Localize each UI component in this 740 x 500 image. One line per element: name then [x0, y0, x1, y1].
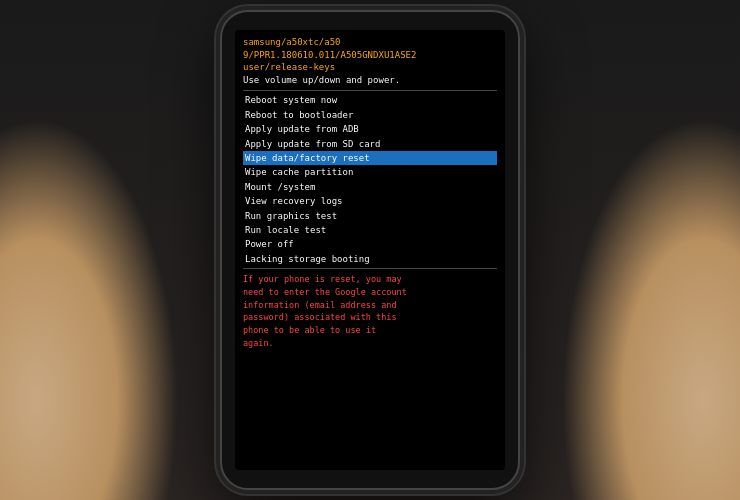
scene: samsung/a50xtc/a509/PPR1.180610.011/A505…	[0, 0, 740, 500]
menu-item-5[interactable]: Wipe cache partition	[243, 165, 497, 179]
menu-item-0[interactable]: Reboot system now	[243, 93, 497, 107]
recovery-menu: samsung/a50xtc/a509/PPR1.180610.011/A505…	[235, 30, 505, 470]
warning-section: If your phone is reset, you mayneed to e…	[243, 268, 497, 350]
menu-items: Reboot system nowReboot to bootloaderApp…	[243, 90, 497, 266]
header-section: samsung/a50xtc/a509/PPR1.180610.011/A505…	[243, 36, 497, 86]
menu-item-7[interactable]: View recovery logs	[243, 194, 497, 208]
header-line-0: samsung/a50xtc/a50	[243, 36, 497, 49]
warning-text: If your phone is reset, you mayneed to e…	[243, 273, 497, 350]
menu-item-10[interactable]: Power off	[243, 237, 497, 251]
menu-item-8[interactable]: Run graphics test	[243, 209, 497, 223]
menu-item-4[interactable]: Wipe data/factory reset	[243, 151, 497, 165]
header-line-1: 9/PPR1.180610.011/A505GNDXU1ASE2	[243, 49, 497, 62]
menu-item-3[interactable]: Apply update from SD card	[243, 137, 497, 151]
menu-item-2[interactable]: Apply update from ADB	[243, 122, 497, 136]
phone-screen: samsung/a50xtc/a509/PPR1.180610.011/A505…	[235, 30, 505, 470]
header-line-2: user/release-keys	[243, 61, 497, 74]
header-line-3: Use volume up/down and power.	[243, 74, 497, 87]
menu-item-6[interactable]: Mount /system	[243, 180, 497, 194]
menu-item-1[interactable]: Reboot to bootloader	[243, 108, 497, 122]
phone: samsung/a50xtc/a509/PPR1.180610.011/A505…	[220, 10, 520, 490]
menu-item-11[interactable]: Lacking storage booting	[243, 252, 497, 266]
menu-item-9[interactable]: Run locale test	[243, 223, 497, 237]
